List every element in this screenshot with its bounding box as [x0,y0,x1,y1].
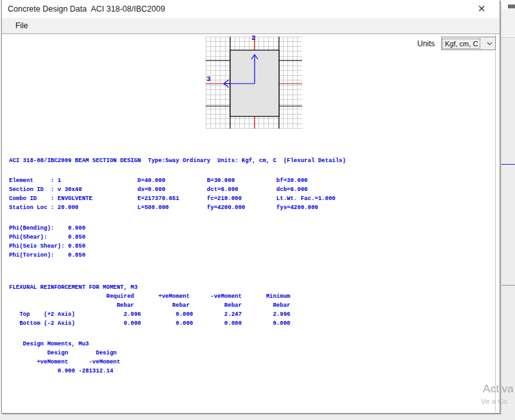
report-line: Phi(Seis Shear): 0.850 [9,242,86,251]
units-label: Units [417,39,435,48]
report-line: FLEXURAL REINFORCEMENT FOR MOMENT, M3 [9,283,290,292]
title-bar: Concrete Design Data ACI 318-08/IBC2009 … [2,0,500,18]
report-line: Phi(Bending): 0.900 [9,224,86,233]
section-diagram: 2 3 [206,37,302,129]
background-window-gray-line [501,285,515,286]
report-line: Required +veMoment -veMoment Minimum [9,292,290,301]
section-diagram-overlay [206,37,302,129]
close-button[interactable]: × [472,1,491,17]
units-combobox[interactable]: Kgf, cm, C [441,37,496,50]
report-line: +veMoment -veMoment [9,358,120,367]
report-line: Bottom (-2 Axis) 0.000 0.000 0.000 0.000 [9,319,290,328]
report-line: Phi(Shear): 0.850 [9,233,86,242]
background-window-blue-line [501,164,515,165]
axis-2-label: 2 [251,35,256,42]
phi-factors-block: Phi(Bending): 0.900 Phi(Shear): 0.850 Ph… [9,224,86,260]
report-line: Section ID : v 30x40 ds=0.000 dct=6.000 … [9,185,336,194]
activation-watermark-line2: Ve a Co [481,397,507,405]
chevron-down-icon[interactable] [484,37,495,50]
flexural-reinforcement-block: FLEXURAL REINFORCEMENT FOR MOMENT, M3 Re… [9,283,290,328]
units-combobox-value: Kgf, cm, C [443,39,480,48]
window-title: Concrete Design Data ACI 318-08/IBC2009 [8,5,165,14]
concrete-design-data-window: Concrete Design Data ACI 318-08/IBC2009 … [1,0,500,414]
report-line: Station Loc : 20.000 L=500.000 fy=4200.0… [9,203,336,212]
report-line: Top (+2 Axis) 2.996 0.000 2.247 2.996 [9,310,290,319]
report-line: Combo ID : ENVOLVENTE E=217370.651 fc=21… [9,194,336,203]
activation-watermark-line1: Activa [483,383,514,396]
design-moments-block: Design Moments, Mu3 Design Design +veMom… [9,340,120,376]
report-line: Design Moments, Mu3 [9,340,120,349]
report-line: Design Design [9,349,120,358]
element-info-block: Element : 1 D=40.000 B=30.000 bf=30.000 … [9,176,336,212]
axis-3-label: 3 [206,76,211,83]
background-window-button-fragment [508,5,515,8]
menu-bar: File [2,18,500,33]
report-header-block: ACI 318-08/IBC2009 BEAM SECTION DESIGN T… [9,156,346,165]
content-right-border [495,34,496,412]
report-line: Phi(Torsion): 0.850 [9,251,86,260]
report-line: ACI 318-08/IBC2009 BEAM SECTION DESIGN T… [9,156,346,165]
background-window-toolbar-fragment [500,9,515,38]
report-line: Element : 1 D=40.000 B=30.000 bf=30.000 [9,176,336,185]
report-line: 0.000 -281312.14 [9,367,120,376]
menu-item-file[interactable]: File [10,20,33,32]
report-line: Rebar Rebar Rebar Rebar [9,301,290,310]
dialog-content: Units Kgf, cm, C [2,33,500,413]
